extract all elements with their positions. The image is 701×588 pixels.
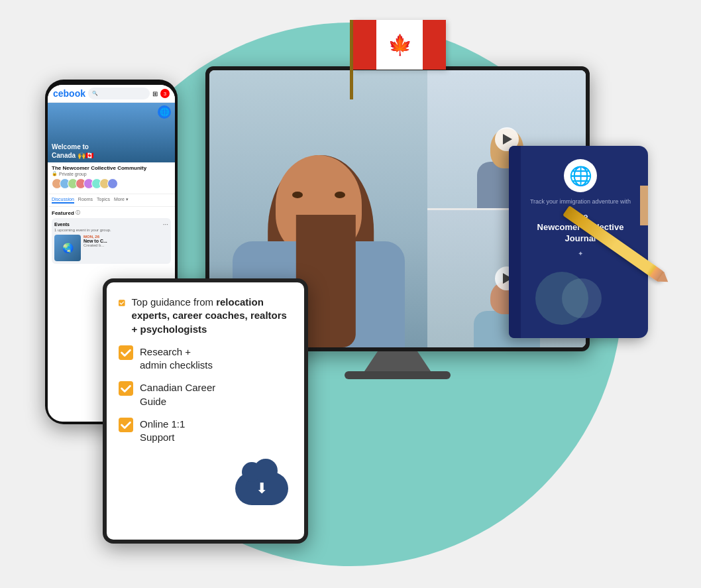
- checklist-item-4: Online 1:1Support: [119, 418, 292, 445]
- person-eye-right: [335, 192, 345, 198]
- play-triangle-icon: [503, 134, 512, 145]
- facebook-logo: cebook: [53, 88, 85, 99]
- facebook-nav-rooms[interactable]: Rooms: [78, 197, 93, 204]
- checklist-text-4: Online 1:1Support: [140, 418, 185, 445]
- facebook-search[interactable]: 🔍: [88, 88, 150, 99]
- download-arrow-icon: ⬇: [256, 480, 268, 497]
- journal-decoration-star: ✦: [578, 250, 583, 257]
- facebook-events-title: Events: [54, 222, 70, 227]
- checkmark-icon-3: [119, 381, 133, 396]
- avatar: [107, 178, 118, 189]
- scene: 🍁 cebook 🔍 ⊞ 3 Welcome toCanada 🙌🇨🇦 🌐 Th…: [0, 0, 701, 588]
- monitor-stand: [364, 351, 431, 371]
- facebook-globe-icon: 🌐: [158, 105, 171, 119]
- checkmark-icon-2: [119, 345, 133, 360]
- flag-right-red: [423, 20, 446, 70]
- facebook-featured-title: Featured ⓘ: [52, 209, 171, 216]
- facebook-nav-topics[interactable]: Topics: [97, 197, 110, 204]
- lock-icon: 🔒: [52, 171, 58, 176]
- facebook-header: cebook 🔍 ⊞ 3: [48, 85, 175, 103]
- facebook-featured-section: Featured ⓘ Events ··· 1 upcoming event i…: [48, 207, 175, 266]
- checklist-text-1: Top guidance from relocation experts, ca…: [132, 296, 292, 336]
- person-eye-left: [292, 192, 303, 198]
- facebook-nav-discussion[interactable]: Discussion: [52, 197, 74, 204]
- facebook-events-card: Events ··· 1 upcoming event in your grou…: [52, 218, 171, 264]
- facebook-cover-photo: Welcome toCanada 🙌🇨🇦 🌐: [48, 103, 175, 162]
- facebook-events-header: Events ···: [54, 221, 168, 228]
- flag-left-red: [353, 20, 376, 70]
- facebook-menu-icon: ⊞: [152, 90, 158, 97]
- checkmark-icon-4: [119, 418, 133, 432]
- journal-notebook: 🌐 Track your immigration adventure with …: [509, 146, 661, 345]
- journal-bookmark-tab: [640, 186, 648, 225]
- maple-leaf-icon: 🍁: [388, 35, 412, 55]
- facebook-events-menu-icon[interactable]: ···: [163, 221, 168, 228]
- monitor-base: [345, 371, 451, 379]
- facebook-group-name: The Newcomer Collective Community: [52, 165, 171, 171]
- notification-badge: 3: [160, 89, 170, 98]
- flag-white-center: 🍁: [376, 20, 423, 70]
- facebook-nav: Discussion Rooms Topics More ▾: [48, 194, 175, 207]
- facebook-member-avatars: [52, 178, 171, 189]
- facebook-group-info: The Newcomer Collective Community 🔒 Priv…: [48, 162, 175, 194]
- cloud-body: ⬇: [235, 472, 288, 505]
- facebook-cover-text: Welcome toCanada 🙌🇨🇦: [48, 140, 97, 162]
- facebook-event-item: 🌏 MON, 26 New to C... Created b...: [54, 235, 168, 261]
- facebook-event-creator: Created b...: [83, 243, 168, 247]
- journal-decoration-circle-2: [562, 278, 602, 318]
- checklist-item-1: Top guidance from relocation experts, ca…: [119, 296, 292, 336]
- info-icon: ⓘ: [76, 209, 80, 216]
- journal-globe-icon: 🌐: [564, 159, 597, 192]
- journal-book-cover: 🌐 Track your immigration adventure with …: [509, 146, 648, 338]
- checklist-text-3: Canadian CareerGuide: [140, 381, 215, 408]
- facebook-events-subtitle: 1 upcoming event in your group.: [54, 228, 168, 232]
- journal-subtitle: Track your immigration adventure with: [530, 198, 631, 206]
- checklist-item-2: Research +admin checklists: [119, 345, 292, 373]
- cloud-bump-right: [254, 459, 278, 483]
- facebook-nav-more[interactable]: More ▾: [114, 197, 129, 204]
- facebook-group-type: 🔒 Private group: [52, 171, 171, 176]
- facebook-event-name: New to C...: [83, 239, 168, 243]
- checklist-text-2: Research +admin checklists: [140, 345, 213, 373]
- download-cloud[interactable]: ⬇: [235, 472, 288, 515]
- journal-spine: [509, 146, 521, 338]
- checkmark-icon-1: [119, 296, 125, 310]
- checklist-item-3: Canadian CareerGuide: [119, 381, 292, 408]
- flag-banner: 🍁: [353, 20, 446, 70]
- facebook-event-info: MON, 26 New to C... Created b...: [83, 235, 168, 261]
- canadian-flag: 🍁: [350, 20, 353, 99]
- facebook-event-thumbnail: 🌏: [54, 235, 81, 261]
